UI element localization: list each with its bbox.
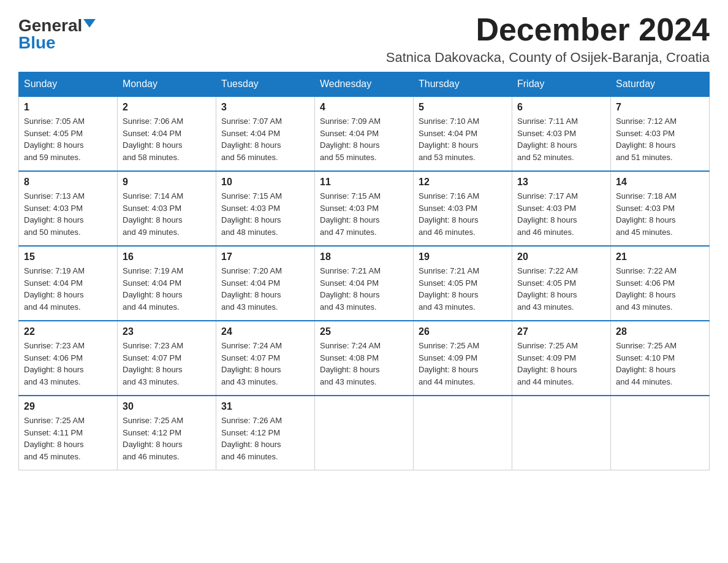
- calendar-header-row: SundayMondayTuesdayWednesdayThursdayFrid…: [19, 72, 710, 97]
- day-info: Sunrise: 7:17 AMSunset: 4:03 PMDaylight:…: [517, 190, 605, 238]
- calendar-cell: 31Sunrise: 7:26 AMSunset: 4:12 PMDayligh…: [216, 396, 315, 470]
- calendar-header-thursday: Thursday: [414, 72, 512, 97]
- day-number: 2: [123, 102, 211, 113]
- calendar-cell: 27Sunrise: 7:25 AMSunset: 4:09 PMDayligh…: [512, 321, 611, 396]
- calendar-cell: 7Sunrise: 7:12 AMSunset: 4:03 PMDaylight…: [611, 96, 710, 171]
- day-info: Sunrise: 7:13 AMSunset: 4:03 PMDaylight:…: [24, 190, 112, 238]
- day-number: 31: [221, 401, 309, 412]
- calendar-cell: 16Sunrise: 7:19 AMSunset: 4:04 PMDayligh…: [118, 246, 216, 321]
- calendar-cell: 1Sunrise: 7:05 AMSunset: 4:05 PMDaylight…: [19, 96, 118, 171]
- calendar-cell: 17Sunrise: 7:20 AMSunset: 4:04 PMDayligh…: [216, 246, 315, 321]
- day-number: 15: [24, 251, 112, 262]
- month-title: December 2024: [386, 12, 710, 47]
- calendar-cell: 29Sunrise: 7:25 AMSunset: 4:11 PMDayligh…: [19, 396, 118, 470]
- day-info: Sunrise: 7:16 AMSunset: 4:03 PMDaylight:…: [419, 190, 507, 238]
- day-number: 19: [419, 251, 507, 262]
- calendar-header-wednesday: Wednesday: [315, 72, 414, 97]
- day-number: 28: [616, 326, 704, 337]
- day-info: Sunrise: 7:22 AMSunset: 4:05 PMDaylight:…: [517, 265, 605, 313]
- day-number: 24: [221, 326, 309, 337]
- logo-arrow-icon: [83, 19, 96, 28]
- logo-blue-text: Blue: [18, 34, 56, 52]
- day-number: 27: [517, 326, 605, 337]
- day-number: 12: [419, 177, 507, 188]
- day-number: 21: [616, 251, 704, 262]
- day-info: Sunrise: 7:25 AMSunset: 4:09 PMDaylight:…: [517, 340, 605, 388]
- calendar-cell: 15Sunrise: 7:19 AMSunset: 4:04 PMDayligh…: [19, 246, 118, 321]
- calendar-header-monday: Monday: [118, 72, 216, 97]
- day-number: 13: [517, 177, 605, 188]
- day-info: Sunrise: 7:06 AMSunset: 4:04 PMDaylight:…: [123, 115, 211, 163]
- day-number: 18: [320, 251, 408, 262]
- day-number: 23: [123, 326, 211, 337]
- logo: General Blue: [18, 17, 96, 52]
- calendar-cell: 8Sunrise: 7:13 AMSunset: 4:03 PMDaylight…: [19, 171, 118, 246]
- calendar-cell: 2Sunrise: 7:06 AMSunset: 4:04 PMDaylight…: [118, 96, 216, 171]
- day-info: Sunrise: 7:15 AMSunset: 4:03 PMDaylight:…: [221, 190, 309, 238]
- day-info: Sunrise: 7:07 AMSunset: 4:04 PMDaylight:…: [221, 115, 309, 163]
- page-header: General Blue December 2024 Satnica Dakov…: [18, 12, 710, 66]
- day-number: 4: [320, 102, 408, 113]
- day-info: Sunrise: 7:23 AMSunset: 4:07 PMDaylight:…: [123, 340, 211, 388]
- day-info: Sunrise: 7:24 AMSunset: 4:08 PMDaylight:…: [320, 340, 408, 388]
- day-number: 6: [517, 102, 605, 113]
- calendar-cell: 22Sunrise: 7:23 AMSunset: 4:06 PMDayligh…: [19, 321, 118, 396]
- calendar-cell: 21Sunrise: 7:22 AMSunset: 4:06 PMDayligh…: [611, 246, 710, 321]
- day-number: 9: [123, 177, 211, 188]
- day-number: 11: [320, 177, 408, 188]
- calendar-header-saturday: Saturday: [611, 72, 710, 97]
- day-info: Sunrise: 7:22 AMSunset: 4:06 PMDaylight:…: [616, 265, 704, 313]
- day-info: Sunrise: 7:18 AMSunset: 4:03 PMDaylight:…: [616, 190, 704, 238]
- location-title: Satnica Dakovacka, County of Osijek-Bara…: [386, 50, 710, 66]
- calendar-cell: [414, 396, 512, 470]
- day-number: 1: [24, 102, 112, 113]
- calendar-cell: 14Sunrise: 7:18 AMSunset: 4:03 PMDayligh…: [611, 171, 710, 246]
- calendar-cell: 30Sunrise: 7:25 AMSunset: 4:12 PMDayligh…: [118, 396, 216, 470]
- day-info: Sunrise: 7:25 AMSunset: 4:12 PMDaylight:…: [123, 415, 211, 462]
- day-info: Sunrise: 7:25 AMSunset: 4:11 PMDaylight:…: [24, 415, 112, 462]
- day-info: Sunrise: 7:23 AMSunset: 4:06 PMDaylight:…: [24, 340, 112, 388]
- calendar-cell: 19Sunrise: 7:21 AMSunset: 4:05 PMDayligh…: [414, 246, 512, 321]
- calendar-header-friday: Friday: [512, 72, 611, 97]
- calendar-cell: 3Sunrise: 7:07 AMSunset: 4:04 PMDaylight…: [216, 96, 315, 171]
- calendar-cell: 9Sunrise: 7:14 AMSunset: 4:03 PMDaylight…: [118, 171, 216, 246]
- day-info: Sunrise: 7:25 AMSunset: 4:10 PMDaylight:…: [616, 340, 704, 388]
- day-number: 16: [123, 251, 211, 262]
- calendar-cell: 4Sunrise: 7:09 AMSunset: 4:04 PMDaylight…: [315, 96, 414, 171]
- calendar-cell: 23Sunrise: 7:23 AMSunset: 4:07 PMDayligh…: [118, 321, 216, 396]
- calendar-cell: [512, 396, 611, 470]
- calendar-header-tuesday: Tuesday: [216, 72, 315, 97]
- day-info: Sunrise: 7:20 AMSunset: 4:04 PMDaylight:…: [221, 265, 309, 313]
- calendar-cell: 12Sunrise: 7:16 AMSunset: 4:03 PMDayligh…: [414, 171, 512, 246]
- calendar-cell: 13Sunrise: 7:17 AMSunset: 4:03 PMDayligh…: [512, 171, 611, 246]
- week-row-2: 8Sunrise: 7:13 AMSunset: 4:03 PMDaylight…: [19, 171, 710, 246]
- day-number: 14: [616, 177, 704, 188]
- week-row-4: 22Sunrise: 7:23 AMSunset: 4:06 PMDayligh…: [19, 321, 710, 396]
- day-number: 29: [24, 401, 112, 412]
- day-info: Sunrise: 7:19 AMSunset: 4:04 PMDaylight:…: [123, 265, 211, 313]
- day-number: 30: [123, 401, 211, 412]
- day-info: Sunrise: 7:25 AMSunset: 4:09 PMDaylight:…: [419, 340, 507, 388]
- calendar-cell: 28Sunrise: 7:25 AMSunset: 4:10 PMDayligh…: [611, 321, 710, 396]
- day-number: 22: [24, 326, 112, 337]
- day-number: 20: [517, 251, 605, 262]
- day-number: 26: [419, 326, 507, 337]
- calendar-cell: [315, 396, 414, 470]
- week-row-3: 15Sunrise: 7:19 AMSunset: 4:04 PMDayligh…: [19, 246, 710, 321]
- day-info: Sunrise: 7:26 AMSunset: 4:12 PMDaylight:…: [221, 415, 309, 462]
- calendar-cell: 6Sunrise: 7:11 AMSunset: 4:03 PMDaylight…: [512, 96, 611, 171]
- day-info: Sunrise: 7:21 AMSunset: 4:05 PMDaylight:…: [419, 265, 507, 313]
- day-info: Sunrise: 7:15 AMSunset: 4:03 PMDaylight:…: [320, 190, 408, 238]
- day-info: Sunrise: 7:12 AMSunset: 4:03 PMDaylight:…: [616, 115, 704, 163]
- day-info: Sunrise: 7:19 AMSunset: 4:04 PMDaylight:…: [24, 265, 112, 313]
- calendar-cell: 26Sunrise: 7:25 AMSunset: 4:09 PMDayligh…: [414, 321, 512, 396]
- day-number: 5: [419, 102, 507, 113]
- calendar-header-sunday: Sunday: [19, 72, 118, 97]
- day-info: Sunrise: 7:11 AMSunset: 4:03 PMDaylight:…: [517, 115, 605, 163]
- day-info: Sunrise: 7:09 AMSunset: 4:04 PMDaylight:…: [320, 115, 408, 163]
- day-number: 10: [221, 177, 309, 188]
- week-row-1: 1Sunrise: 7:05 AMSunset: 4:05 PMDaylight…: [19, 96, 710, 171]
- day-number: 25: [320, 326, 408, 337]
- day-info: Sunrise: 7:21 AMSunset: 4:04 PMDaylight:…: [320, 265, 408, 313]
- calendar-cell: [611, 396, 710, 470]
